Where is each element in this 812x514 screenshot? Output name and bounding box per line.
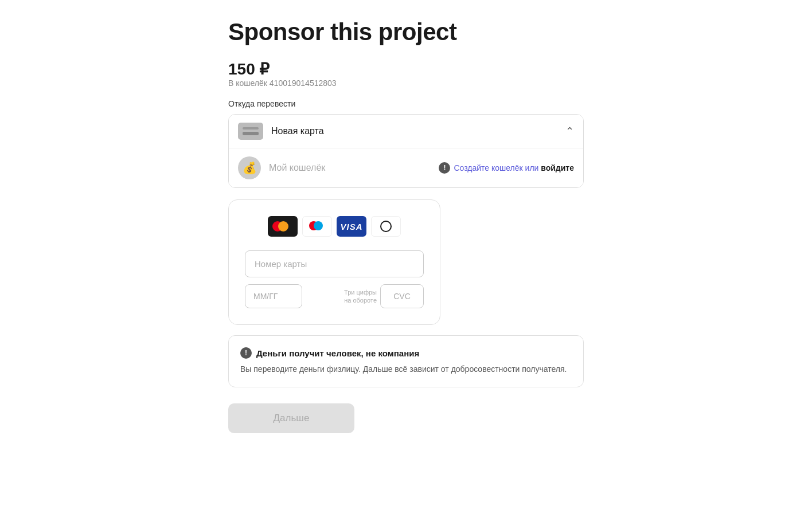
cvc-group: Три цифрына обороте <box>344 284 424 308</box>
info-warning-icon: ! <box>240 347 252 359</box>
info-box: ! Деньги получит человек, не компания Вы… <box>228 335 584 387</box>
maestro-logo <box>302 216 332 237</box>
expiry-input[interactable] <box>245 284 302 308</box>
info-icon: ! <box>439 162 450 174</box>
login-link[interactable]: войдите <box>541 163 574 172</box>
new-card-label: Новая карта <box>271 126 565 136</box>
mc-circles <box>272 220 293 233</box>
payment-source-box: Новая карта ⌃ 💰 Мой кошелёк ! Создайте к… <box>228 114 584 188</box>
maestro-blue-circle <box>314 221 323 230</box>
page-title: Sponsor this project <box>228 18 584 46</box>
maestro-wrap <box>309 221 325 232</box>
amount-block: 150 ₽ В кошелёк 410019014512803 <box>228 60 584 88</box>
wallet-label: В кошелёк 410019014512803 <box>228 79 584 88</box>
wallet-action-link: ! Создайте кошелёк или войдите <box>439 162 574 174</box>
card-logos: VISA <box>245 216 424 237</box>
page-container: Sponsor this project 150 ₽ В кошелёк 410… <box>205 0 607 468</box>
card-form-box: VISA Три цифрына обороте <box>228 199 440 325</box>
my-wallet-label: Мой кошелёк <box>269 163 439 173</box>
visa-logo: VISA <box>337 216 366 237</box>
source-section-label: Откуда перевести <box>228 99 584 108</box>
card-number-input[interactable] <box>245 250 424 277</box>
card-bottom-row: Три цифрына обороте <box>245 284 424 308</box>
submit-button[interactable]: Дальше <box>228 403 354 433</box>
info-box-body: Вы переводите деньги физлицу. Дальше всё… <box>240 363 572 375</box>
card-icon <box>238 123 263 140</box>
amount-value: 150 ₽ <box>228 60 584 79</box>
wallet-icon: 💰 <box>238 156 261 179</box>
cvc-input[interactable] <box>380 284 424 308</box>
cvc-hint: Три цифрына обороте <box>344 288 377 305</box>
new-card-row[interactable]: Новая карта ⌃ <box>229 115 583 148</box>
create-wallet-link[interactable]: Создайте кошелёк или <box>454 163 541 172</box>
chevron-up-icon: ⌃ <box>565 125 574 138</box>
mc-orange-circle <box>278 221 288 232</box>
info-box-header: ! Деньги получит человек, не компания <box>240 347 572 359</box>
diners-logo <box>371 216 401 237</box>
wallet-action-text: Создайте кошелёк или войдите <box>454 163 574 172</box>
mastercard-logo <box>268 216 298 237</box>
info-box-title: Деньги получит человек, не компания <box>256 348 419 358</box>
visa-text: VISA <box>340 222 362 232</box>
diners-circle <box>380 221 392 232</box>
my-wallet-row[interactable]: 💰 Мой кошелёк ! Создайте кошелёк или вой… <box>229 148 583 187</box>
